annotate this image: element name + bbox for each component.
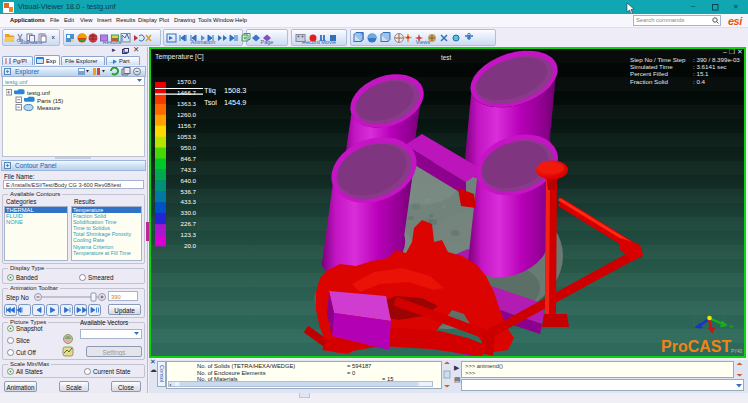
svg-text:testg.unf: testg.unf: [27, 90, 50, 96]
svg-text:Measure: Measure: [37, 105, 61, 111]
svg-text:123.3: 123.3: [181, 231, 197, 238]
svg-text:1156.7: 1156.7: [178, 122, 197, 129]
svg-text:Tsol: Tsol: [204, 98, 217, 107]
svg-text:330.0: 330.0: [181, 209, 197, 216]
svg-text:1053.3: 1053.3: [177, 133, 196, 140]
svg-text:640.0: 640.0: [181, 177, 197, 184]
svg-text:1260.0: 1260.0: [177, 111, 196, 118]
svg-text:1570.0: 1570.0: [177, 78, 196, 85]
svg-text:536.7: 536.7: [181, 188, 197, 195]
svg-text:1508.3: 1508.3: [224, 86, 246, 95]
svg-text:950.0: 950.0: [181, 144, 197, 151]
svg-text:Parts (15): Parts (15): [37, 98, 63, 104]
svg-text:1466.7: 1466.7: [177, 89, 196, 96]
svg-text:Tliq: Tliq: [204, 86, 216, 95]
svg-text:433.3: 433.3: [181, 198, 197, 205]
svg-text:1363.3: 1363.3: [177, 100, 196, 107]
svg-text:226.7: 226.7: [181, 220, 197, 227]
svg-text:743.3: 743.3: [181, 166, 197, 173]
svg-text:1454.9: 1454.9: [224, 98, 246, 107]
svg-text:846.7: 846.7: [181, 155, 197, 162]
svg-text:20.0: 20.0: [184, 242, 197, 249]
